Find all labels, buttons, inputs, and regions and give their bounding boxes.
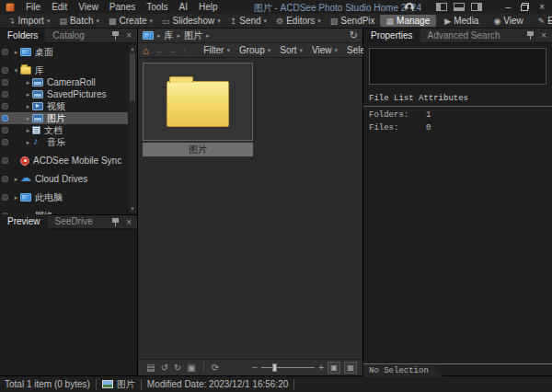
mode-media-button[interactable]: ▶ Media [438, 15, 485, 27]
tab-folders[interactable]: Folders [0, 29, 45, 43]
menu-edit[interactable]: Edit [46, 1, 73, 13]
menu-tools[interactable]: Tools [141, 1, 173, 13]
up-icon[interactable]: ↑ [180, 46, 190, 55]
easy-select-marker[interactable] [2, 157, 8, 164]
scroll-down-icon[interactable]: ▾ [129, 205, 136, 213]
refresh-icon[interactable]: ↻ [350, 29, 358, 41]
tree-item-library[interactable]: ▾ 库 [0, 64, 128, 76]
zoom-in-icon[interactable]: + [318, 363, 324, 373]
tree-item-documents[interactable]: ▸ 文档 [0, 124, 128, 136]
tab-preview[interactable]: Preview [0, 214, 48, 229]
rotate-left-icon[interactable]: ↺ [157, 363, 170, 373]
zoom-out-icon[interactable]: − [252, 363, 258, 373]
filter-menu[interactable]: Filter ▾ [199, 44, 235, 56]
mode-edit-button[interactable]: ✎ Edit [532, 15, 552, 27]
minimize-button[interactable]: – [502, 1, 515, 13]
menu-ai[interactable]: AI [174, 1, 193, 13]
chevron-right-icon[interactable]: ▸ [24, 139, 32, 146]
easy-select-marker[interactable] [2, 194, 8, 201]
chevron-right-icon[interactable]: ▸ [12, 213, 20, 215]
details-view-button[interactable]: ▦ [344, 362, 357, 374]
easy-select-marker[interactable] [2, 103, 8, 110]
tab-properties[interactable]: Properties [363, 29, 420, 43]
editors-button[interactable]: ⚙ Editors ▾ [271, 15, 326, 27]
view-menu[interactable]: View ▾ [307, 44, 342, 56]
layout-bottom-panel-icon[interactable] [454, 3, 465, 11]
slideshow-button[interactable]: ▭ Slideshow ▾ [157, 15, 225, 27]
chevron-right-icon[interactable]: ▸ [24, 103, 32, 110]
close-button[interactable]: × [535, 1, 548, 13]
tree-item-desktop[interactable]: ▸ 桌面 [0, 46, 128, 58]
breadcrumb-library[interactable]: 库 [165, 29, 174, 42]
thumbnails-view-button[interactable]: ▣ [328, 362, 340, 374]
menu-file[interactable]: File [20, 1, 46, 13]
easy-select-marker[interactable] [2, 176, 8, 182]
easy-select-marker[interactable] [2, 79, 8, 86]
easy-select-marker[interactable] [2, 127, 8, 133]
close-panel-icon[interactable]: × [126, 30, 132, 40]
tree-item-cameraroll[interactable]: ▸ CameraRoll [0, 76, 128, 88]
sendpix-button[interactable]: ▧ SendPix [326, 15, 380, 27]
tree-item-network[interactable]: ▸ 网络 [0, 210, 128, 214]
pin-icon[interactable] [112, 31, 119, 40]
close-panel-icon[interactable]: × [126, 217, 132, 227]
tree-item-videos[interactable]: ▸ 视频 [0, 100, 128, 112]
tree-item-mobile-sync[interactable]: ACDSee Mobile Sync [0, 155, 128, 167]
folder-thumbnail[interactable] [143, 63, 253, 141]
forward-icon[interactable]: → [167, 46, 180, 55]
chevron-right-icon[interactable]: ▸ [12, 49, 20, 56]
breadcrumb-pictures[interactable]: 图片 [184, 29, 202, 42]
tree-item-cloud-drives[interactable]: ▸ Cloud Drives [0, 173, 128, 185]
pin-icon[interactable] [527, 31, 534, 40]
easy-select-marker[interactable] [2, 49, 8, 55]
import-button[interactable]: ↴ Import ▾ [4, 15, 54, 27]
group-menu[interactable]: Group ▾ [235, 44, 275, 56]
scrollbar-thumb[interactable] [130, 53, 135, 101]
chevron-right-icon[interactable]: ▸ [24, 127, 32, 134]
close-panel-icon[interactable]: × [541, 30, 546, 40]
pin-icon[interactable] [112, 218, 119, 226]
easy-select-marker[interactable] [2, 139, 8, 145]
zoom-slider-knob[interactable] [272, 363, 277, 372]
chevron-down-icon[interactable]: ▾ [12, 67, 20, 75]
computer-icon[interactable] [143, 31, 154, 40]
easy-select-marker[interactable] [2, 91, 8, 98]
tree-item-savedpictures[interactable]: ▸ SavedPictures [0, 88, 128, 100]
tab-seedrive[interactable]: SeeDrive [48, 214, 100, 229]
back-icon[interactable]: ← [153, 46, 167, 55]
tree-item-this-pc[interactable]: ▸ 此电脑 [0, 191, 128, 203]
easy-select-marker[interactable] [2, 67, 8, 74]
chevron-right-icon[interactable]: ▸ [24, 91, 32, 98]
mode-manage-button[interactable]: ▦ Manage [380, 15, 437, 27]
home-icon[interactable]: ⌂ [143, 45, 149, 56]
sort-menu[interactable]: Sort ▾ [275, 44, 307, 56]
tree-scrollbar[interactable]: ▴ ▾ [129, 45, 136, 213]
menu-help[interactable]: Help [193, 1, 224, 13]
zoom-slider[interactable] [261, 367, 315, 368]
chevron-right-icon[interactable]: ▸ [12, 176, 20, 183]
chevron-right-icon[interactable]: ▸ [12, 194, 20, 202]
tree-item-pictures[interactable]: ▸ 图片 [0, 112, 128, 124]
tree-item-music[interactable]: ▸ 音乐 [0, 136, 128, 148]
restore-button[interactable] [521, 3, 529, 11]
account-icon[interactable] [405, 3, 414, 12]
layout-right-panel-icon[interactable] [471, 3, 482, 11]
tab-advanced-search[interactable]: Advanced Search [420, 29, 508, 43]
tab-catalog[interactable]: Catalog [45, 29, 91, 43]
create-button[interactable]: ▩ Create ▾ [104, 15, 157, 27]
menu-view[interactable]: View [73, 1, 104, 13]
folder-item-pictures[interactable]: 图片 [143, 63, 253, 156]
layout-left-panel-icon[interactable] [436, 3, 447, 11]
easy-select-marker[interactable] [2, 213, 8, 214]
easy-select-marker[interactable] [2, 115, 8, 121]
compare-icon[interactable]: ▣ [184, 363, 198, 373]
chevron-right-icon[interactable]: ▸ [24, 79, 32, 86]
batch-button[interactable]: ▤ Batch ▾ [54, 15, 104, 27]
edit-image-icon[interactable]: ▤ [144, 363, 157, 373]
chevron-right-icon[interactable]: ▸ [24, 115, 32, 122]
scroll-up-icon[interactable]: ▴ [129, 45, 136, 52]
rotate-right-icon[interactable]: ↻ [171, 363, 184, 373]
menu-panes[interactable]: Panes [104, 1, 141, 13]
auto-advance-icon[interactable]: ⟳ [209, 363, 222, 373]
send-button[interactable]: ↥ Send ▾ [225, 15, 271, 27]
